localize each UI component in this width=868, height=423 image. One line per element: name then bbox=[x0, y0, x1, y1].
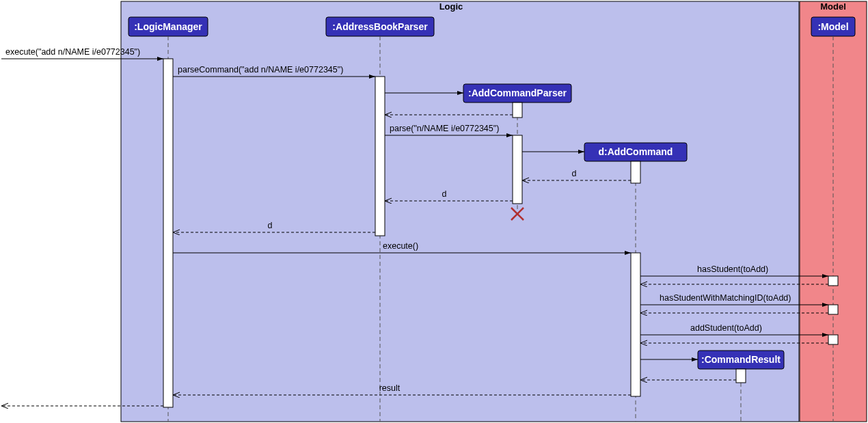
activation-add-command-1 bbox=[631, 161, 640, 183]
lifeline-logic-manager-label: :LogicManager bbox=[134, 21, 202, 32]
return-d-3-label: d bbox=[268, 221, 273, 230]
lifeline-model-label: :Model bbox=[817, 21, 848, 32]
msg-has-student-matching-id-label: hasStudentWithMatchingID(toAdd) bbox=[660, 293, 791, 303]
lifeline-add-command-parser-label: :AddCommandParser bbox=[468, 87, 567, 98]
activation-logic-manager bbox=[163, 59, 173, 407]
msg-has-student-label: hasStudent(toAdd) bbox=[697, 264, 768, 274]
return-d-2-label: d bbox=[442, 189, 447, 199]
activation-address-book-parser bbox=[375, 77, 385, 236]
frame-logic-label: Logic bbox=[439, 1, 463, 12]
activation-command-result bbox=[736, 369, 746, 383]
msg-execute-add-label: execute("add n/NAME i/e0772345") bbox=[5, 47, 140, 57]
lifeline-address-book-parser-label: :AddressBookParser bbox=[332, 21, 428, 32]
return-d-1-label: d bbox=[572, 169, 577, 178]
msg-parse-label: parse("n/NAME i/e0772345") bbox=[390, 124, 499, 133]
activation-model-3 bbox=[828, 335, 838, 344]
msg-execute-label: execute() bbox=[383, 241, 418, 251]
return-result-label: result bbox=[379, 383, 401, 393]
activation-model-1 bbox=[828, 276, 838, 286]
activation-acp-2 bbox=[513, 135, 522, 204]
lifeline-command-result-label: :CommandResult bbox=[701, 354, 781, 365]
lifeline-add-command-label: d:AddCommand bbox=[599, 146, 673, 157]
msg-add-student-label: addStudent(toAdd) bbox=[690, 323, 762, 333]
activation-acp-1 bbox=[513, 103, 522, 118]
msg-parse-command-label: parseCommand("add n/NAME i/e0772345") bbox=[178, 65, 343, 74]
frame-model-label: Model bbox=[820, 1, 846, 12]
activation-model-2 bbox=[828, 305, 838, 314]
activation-add-command-2 bbox=[631, 253, 640, 396]
